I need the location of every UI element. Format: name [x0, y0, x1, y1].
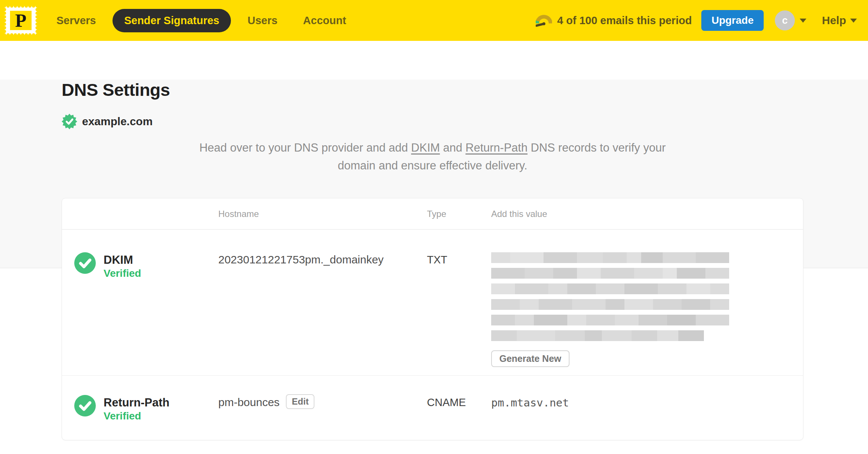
redacted-value-bar: [491, 252, 729, 263]
table-header-row: Hostname Type Add this value: [62, 198, 803, 230]
generate-new-button[interactable]: Generate New: [491, 350, 570, 367]
intro-text-between: and: [440, 141, 466, 154]
avatar[interactable]: c: [775, 10, 795, 30]
redacted-value-bar: [491, 315, 729, 325]
record-name: Return-Path: [104, 396, 169, 409]
logo-letter: P: [15, 10, 27, 31]
nav-item-sender-signatures[interactable]: Sender Signatures: [112, 9, 231, 32]
column-header-type: Type: [427, 209, 491, 219]
redacted-value-bar: [491, 330, 704, 341]
usage-count-link[interactable]: 4 of 100 emails this period: [557, 14, 692, 27]
verified-domain: example.com: [62, 114, 803, 129]
account-menu[interactable]: c: [775, 10, 806, 30]
redacted-value-bar: [491, 299, 729, 310]
verified-seal-icon: [62, 114, 77, 129]
nav-item-account[interactable]: Account: [303, 14, 346, 27]
usage-gauge-icon: [536, 13, 552, 27]
intro-text-before: Head over to your DNS provider and add: [199, 141, 411, 154]
verified-check-icon: [74, 252, 96, 274]
table-row-dkim: DKIM Verified 20230121221753pm._domainke…: [62, 230, 803, 375]
dkim-hostname: 20230121221753pm._domainkey: [218, 252, 427, 375]
return-path-record-type: CNAME: [427, 395, 491, 440]
column-header-hostname: Hostname: [218, 209, 427, 219]
dkim-record-type: TXT: [427, 252, 491, 375]
intro-text: Head over to your DNS provider and add D…: [197, 139, 668, 175]
upgrade-button[interactable]: Upgrade: [701, 10, 764, 31]
nav-item-servers[interactable]: Servers: [56, 14, 96, 27]
verified-check-icon: [74, 395, 96, 416]
return-path-value-cell: pm.mtasv.net: [491, 395, 803, 440]
help-menu[interactable]: Help: [822, 14, 857, 27]
edit-button[interactable]: Edit: [286, 394, 314, 409]
dkim-link[interactable]: DKIM: [411, 141, 440, 154]
return-path-hostname-cell: pm-bounces Edit: [218, 395, 427, 440]
record-name: DKIM: [104, 253, 141, 267]
return-path-value: pm.mtasv.net: [491, 396, 569, 409]
nav-item-users[interactable]: Users: [248, 14, 278, 27]
status-badge: Verified: [104, 267, 141, 280]
help-label: Help: [822, 14, 846, 27]
page-title: DNS Settings: [62, 80, 803, 100]
column-header-value: Add this value: [491, 209, 803, 219]
dkim-value-cell: Generate New: [491, 252, 803, 375]
domain-name: example.com: [82, 115, 153, 128]
table-row-return-path: Return-Path Verified pm-bounces Edit CNA…: [62, 375, 803, 440]
top-nav: P Servers Sender Signatures Users Accoun…: [0, 0, 868, 41]
status-badge: Verified: [104, 409, 169, 423]
nav-right-cluster: 4 of 100 emails this period Upgrade c He…: [536, 10, 857, 31]
postmark-logo-icon[interactable]: P: [4, 5, 38, 36]
return-path-hostname: pm-bounces: [218, 395, 280, 410]
main-content: DNS Settings example.com Head over to yo…: [0, 80, 868, 440]
primary-nav: Servers Sender Signatures Users Account: [56, 9, 346, 32]
redacted-value-bar: [491, 283, 729, 294]
dns-records-table: Hostname Type Add this value DKIM Verifi…: [62, 198, 803, 440]
redacted-value-bar: [491, 268, 729, 279]
return-path-status-cell: Return-Path Verified: [62, 395, 218, 440]
chevron-down-icon: [850, 19, 857, 23]
dkim-status-cell: DKIM Verified: [62, 252, 218, 375]
return-path-link[interactable]: Return-Path: [466, 141, 528, 154]
chevron-down-icon: [800, 19, 806, 23]
